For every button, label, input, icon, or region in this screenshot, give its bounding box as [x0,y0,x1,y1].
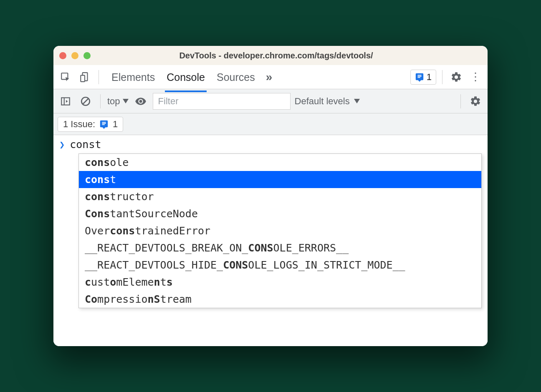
context-value: top [107,96,120,107]
window-titlebar: DevTools - developer.chrome.com/tags/dev… [53,46,488,65]
separator [99,70,99,84]
window-title: DevTools - developer.chrome.com/tags/dev… [98,51,454,60]
prompt-icon: ❯ [59,139,65,150]
svg-rect-3 [61,98,70,105]
log-levels-select[interactable]: Default levels [295,96,360,107]
svg-rect-2 [81,75,85,81]
minimize-window-button[interactable] [71,52,78,59]
autocomplete-popup: consoleconstconstructorConstantSourceNod… [78,153,482,308]
log-levels-label: Default levels [295,96,350,107]
show-sidebar-icon[interactable] [58,93,73,109]
console-body: ❯ const consoleconstconstructorConstantS… [53,135,488,346]
inspect-element-icon[interactable] [58,69,73,85]
tab-elements[interactable]: Elements [111,66,156,88]
console-settings-icon[interactable] [468,93,483,109]
autocomplete-item[interactable]: ConstantSourceNode [79,205,481,222]
separator [460,94,461,108]
autocomplete-item[interactable]: __REACT_DEVTOOLS_BREAK_ON_CONSOLE_ERRORS… [79,239,481,256]
separator [100,94,101,108]
autocomplete-item[interactable]: customElements [79,274,481,291]
autocomplete-item[interactable]: const [79,171,481,188]
more-tabs-icon[interactable]: » [266,70,273,84]
svg-marker-5 [66,100,68,103]
chevron-down-icon [354,99,360,103]
separator [442,70,442,84]
svg-line-7 [83,98,88,104]
devtools-window: DevTools - developer.chrome.com/tags/dev… [53,46,488,346]
autocomplete-item[interactable]: CompressionStream [79,291,481,308]
filter-input[interactable] [153,93,291,110]
console-input[interactable]: const [70,138,101,151]
issues-badge[interactable]: 1 Issue: 1 [58,117,123,132]
autocomplete-item[interactable]: constructor [79,188,481,205]
more-options-icon[interactable]: ⋮ [468,69,483,85]
issues-counter[interactable]: 1 [410,70,436,85]
issues-badge-count: 1 [113,119,118,130]
context-select[interactable]: top [107,96,129,107]
autocomplete-item[interactable]: __REACT_DEVTOOLS_HIDE_CONSOLE_LOGS_IN_ST… [79,256,481,274]
panel-tabs: Elements Console Sources » [111,66,272,88]
window-controls [59,52,91,59]
main-toolbar: Elements Console Sources » 1 ⋮ [53,65,488,89]
tab-sources[interactable]: Sources [216,66,256,88]
issues-label: 1 Issue: [63,119,95,130]
device-toggle-icon[interactable] [77,69,93,85]
autocomplete-item[interactable]: OverconstrainedError [79,222,481,239]
chevron-down-icon [123,99,129,103]
tab-console[interactable]: Console [166,66,206,88]
issues-counter-value: 1 [427,73,432,82]
settings-icon[interactable] [448,69,464,85]
autocomplete-item[interactable]: console [79,154,481,171]
clear-console-icon[interactable] [78,93,94,109]
console-toolbar: top Default levels [53,89,488,113]
console-prompt[interactable]: ❯ const [59,138,482,151]
close-window-button[interactable] [59,52,66,59]
live-expression-icon[interactable] [133,93,149,109]
zoom-window-button[interactable] [83,52,91,59]
issues-bar: 1 Issue: 1 [53,113,488,135]
